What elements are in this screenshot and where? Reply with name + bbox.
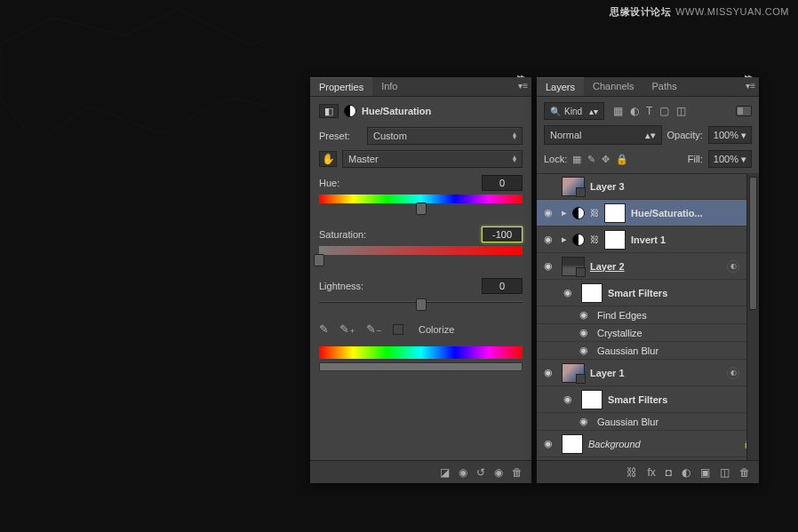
layer-name[interactable]: Layer 3 (590, 181, 625, 192)
tab-channels[interactable]: Channels (584, 77, 642, 96)
saturation-value-input[interactable]: -100 (482, 226, 523, 242)
visibility-toggle[interactable]: ◉ (576, 309, 592, 321)
lightness-slider[interactable] (319, 301, 523, 312)
filter-pixel-icon[interactable]: ▦ (613, 105, 623, 117)
delete-adjustment-icon[interactable]: 🗑 (512, 466, 523, 479)
filter-kind-dropdown[interactable]: 🔍Kind ▴▾ (544, 102, 604, 120)
layer-row[interactable]: ◉ ▸ ⛓ Invert 1 (537, 226, 759, 253)
eyedropper-subtract-icon[interactable]: ✎₋ (366, 322, 382, 336)
fx-icon[interactable]: ◐ (727, 260, 739, 273)
layer-thumbnail[interactable] (562, 363, 585, 383)
link-layers-icon[interactable]: ⛓ (626, 466, 637, 479)
layer-name[interactable]: Layer 1 (590, 368, 625, 378)
panel-menu-icon[interactable]: ▾≡ (746, 81, 755, 91)
filter-toggle[interactable] (736, 106, 752, 116)
panel-menu-icon[interactable]: ▾≡ (518, 81, 528, 91)
layer-row[interactable]: ◉ ▸ ⛓ Hue/Saturatio... (537, 200, 759, 226)
layer-row[interactable]: ◉ Find Edges ≡ (537, 306, 759, 324)
tab-paths[interactable]: Paths (643, 77, 686, 96)
layer-row[interactable]: ◉ Layer 2 ◐ ▴ (537, 253, 759, 280)
lock-transparency-icon[interactable]: ▦ (572, 154, 581, 165)
view-previous-icon[interactable]: ◉ (459, 466, 467, 479)
lock-all-icon[interactable]: 🔒 (616, 154, 628, 165)
layer-row[interactable]: ◉ Background 🔒 (537, 431, 759, 457)
tab-info[interactable]: Info (372, 77, 406, 96)
layer-thumbnail[interactable] (562, 177, 585, 196)
saturation-slider[interactable] (319, 257, 523, 267)
layer-row[interactable]: ◉ Layer 1 ◐ ▴ (537, 360, 759, 386)
delete-layer-icon[interactable]: 🗑 (739, 466, 750, 479)
layer-mask-thumbnail[interactable] (604, 203, 626, 223)
layer-mask-icon[interactable]: ◘ (666, 466, 672, 479)
eyedropper-icon[interactable]: ✎ (319, 322, 329, 336)
filter-type-icon[interactable]: T (646, 105, 652, 117)
layer-row[interactable]: ◉ Gaussian Blur ≡ (537, 342, 759, 360)
link-icon[interactable]: ⛓ (590, 208, 599, 218)
link-icon[interactable]: ⛓ (590, 234, 599, 244)
layer-thumbnail[interactable] (562, 257, 585, 276)
layer-name[interactable]: Gaussian Blur (597, 417, 658, 427)
filter-shape-icon[interactable]: ▢ (659, 105, 669, 117)
visibility-toggle[interactable]: ◉ (576, 416, 592, 427)
visibility-toggle[interactable]: ◉ (540, 207, 556, 218)
tab-layers[interactable]: Layers (537, 77, 584, 96)
new-group-icon[interactable]: ▣ (700, 466, 710, 479)
eyedropper-add-icon[interactable]: ✎₊ (339, 322, 355, 336)
colorize-checkbox[interactable] (393, 324, 403, 335)
filter-mask-thumbnail[interactable] (581, 390, 602, 409)
layer-row[interactable]: ◉ Gaussian Blur ≡ (537, 413, 759, 431)
new-layer-icon[interactable]: ◫ (720, 466, 730, 479)
visibility-toggle[interactable]: ◉ (560, 393, 576, 405)
opacity-input[interactable]: 100%▾ (708, 126, 752, 144)
blend-mode-dropdown[interactable]: Normal ▴▾ (544, 125, 662, 145)
layer-name[interactable]: Crystallize (597, 328, 642, 338)
layer-name[interactable]: Find Edges (597, 310, 647, 321)
properties-panel: ▸▸ Properties Info ▾≡ ◧ Hue/Saturation P… (310, 77, 531, 483)
targeted-adjustment-icon[interactable]: ✋ (319, 151, 337, 167)
layer-name[interactable]: Invert 1 (631, 234, 666, 245)
preset-dropdown[interactable]: Custom ▴▾ (367, 127, 523, 145)
fx-icon[interactable]: ◐ (727, 367, 739, 379)
reset-icon[interactable]: ↺ (476, 466, 485, 479)
visibility-toggle[interactable]: ◉ (540, 438, 556, 449)
layer-row[interactable]: ◉ Crystallize ≡ (537, 324, 759, 342)
expand-icon[interactable]: ▸ (562, 207, 567, 218)
layer-style-icon[interactable]: fx (647, 466, 655, 479)
visibility-toggle[interactable]: ◉ (540, 367, 556, 378)
fill-input[interactable]: 100%▾ (708, 150, 752, 168)
visibility-toggle[interactable]: ◉ (560, 287, 576, 298)
visibility-toggle[interactable]: ◉ (540, 260, 556, 272)
layer-mask-thumbnail[interactable] (604, 230, 626, 250)
layer-row[interactable]: ◉ Smart Filters (537, 280, 759, 306)
new-adjustment-icon[interactable]: ◐ (682, 466, 690, 479)
layer-row[interactable]: Layer 3 (537, 173, 759, 200)
layers-scrollbar[interactable] (746, 173, 759, 460)
clip-to-layer-icon[interactable]: ◪ (440, 466, 450, 479)
filter-adjustment-icon[interactable]: ◐ (630, 105, 639, 117)
hue-slider[interactable] (319, 205, 523, 216)
layer-name[interactable]: Layer 2 (590, 261, 625, 272)
layers-panel: ▸▸ Layers Channels Paths ▾≡ 🔍Kind ▴▾ ▦ ◐… (537, 77, 759, 483)
layer-name[interactable]: Background (588, 439, 641, 449)
lightness-value-input[interactable]: 0 (482, 278, 523, 294)
toggle-visibility-icon[interactable]: ◉ (494, 466, 503, 479)
layer-name[interactable]: Gaussian Blur (597, 345, 658, 356)
visibility-toggle[interactable]: ◉ (576, 345, 592, 356)
hue-value-input[interactable]: 0 (482, 175, 523, 191)
layer-thumbnail[interactable] (562, 434, 583, 454)
filter-mask-thumbnail[interactable] (581, 283, 602, 303)
scrollbar-thumb[interactable] (749, 177, 757, 310)
lock-position-icon[interactable]: ✥ (602, 154, 610, 165)
layer-name[interactable]: Smart Filters (608, 288, 667, 298)
layer-name[interactable]: Smart Filters (608, 394, 667, 405)
saturation-label: Saturation: (319, 229, 366, 240)
filter-smartobject-icon[interactable]: ◫ (676, 105, 686, 117)
visibility-toggle[interactable]: ◉ (576, 327, 592, 338)
layer-name[interactable]: Hue/Saturatio... (631, 208, 703, 218)
layer-row[interactable]: ◉ Smart Filters (537, 386, 759, 413)
visibility-toggle[interactable]: ◉ (540, 234, 556, 245)
lock-image-icon[interactable]: ✎ (587, 154, 595, 165)
channel-dropdown[interactable]: Master ▴▾ (342, 150, 523, 168)
expand-icon[interactable]: ▸ (562, 234, 567, 245)
tab-properties[interactable]: Properties (310, 77, 372, 96)
